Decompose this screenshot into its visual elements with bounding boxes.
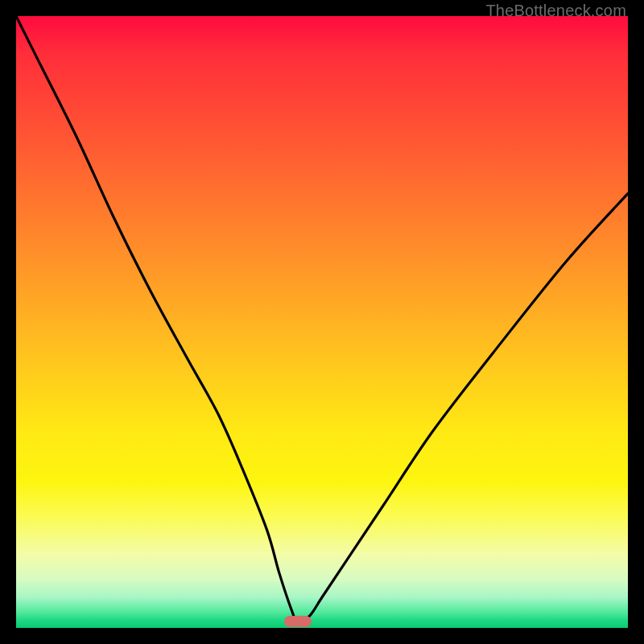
curve-path [16,16,628,622]
optimum-marker [284,616,312,627]
bottleneck-curve [16,16,628,628]
plot-area [16,16,628,628]
watermark-text: TheBottleneck.com [485,2,626,20]
chart-frame: TheBottleneck.com [0,0,644,644]
